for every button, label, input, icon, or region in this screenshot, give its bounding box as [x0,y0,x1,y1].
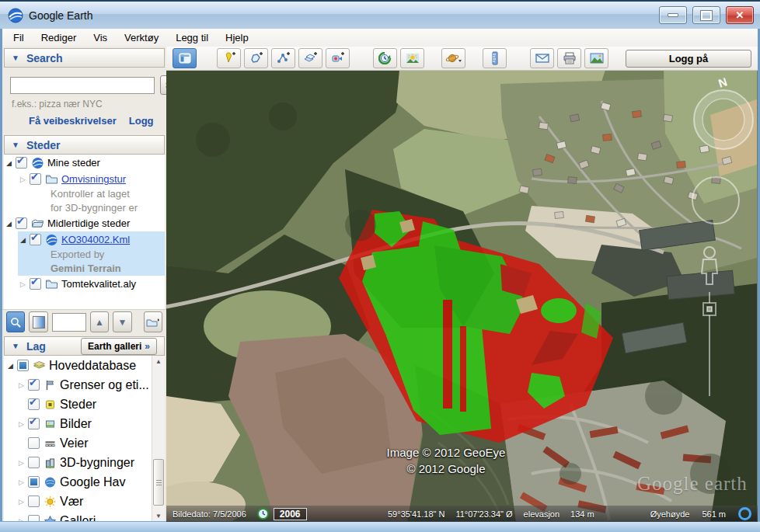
compass[interactable]: N [694,75,753,149]
checkbox-partial[interactable] [28,476,40,488]
google-earth-watermark: Google earth [637,473,748,495]
checkbox[interactable] [28,379,40,391]
get-directions-link[interactable]: Få veibeskrivelser [29,115,117,127]
time-slider-year[interactable]: 2006 [274,508,307,520]
search-input[interactable] [10,77,155,94]
planets-button[interactable] [441,48,465,68]
record-tour-button[interactable] [326,48,350,68]
expanded-arrow-icon[interactable]: ◢ [4,220,14,228]
search-panel-title: Search [26,52,63,64]
scroll-down-icon[interactable]: ▼ [153,510,164,522]
close-button[interactable]: ✕ [726,6,754,24]
layer-vaer[interactable]: ▷ Vær [4,492,164,511]
layer-3d-bygninger[interactable]: ▷ 3D-bygninger [4,453,164,472]
menu-hjelp[interactable]: Hjelp [225,32,249,43]
collapsed-arrow-icon[interactable]: ▷ [16,498,26,506]
tree-item-label[interactable]: Omvisningstur [61,173,126,185]
collapsed-arrow-icon[interactable]: ▷ [16,459,26,467]
layer-label: Google Hav [60,475,126,489]
search-button[interactable]: Søk [160,75,166,95]
places-icon [44,398,57,411]
minimize-button[interactable] [659,6,687,24]
historical-imagery-button[interactable] [373,48,397,68]
time-slider-icon[interactable] [257,508,269,520]
google-earth-icon [45,234,58,246]
places-panel-header[interactable]: ▼ Steder [4,135,165,155]
sidebar-toggle-button[interactable] [173,48,197,68]
email-icon [535,53,549,64]
email-button[interactable] [530,48,554,68]
pegman[interactable] [702,247,717,284]
collapsed-arrow-icon[interactable]: ▷ [18,280,28,288]
checkbox-unchecked[interactable] [28,437,40,449]
window-frame-bottom [0,521,760,532]
earth-gallery-button[interactable]: Earth galleri » [81,338,157,355]
title-bar[interactable]: Google Earth ✕ [0,0,760,29]
checkbox[interactable] [16,157,27,169]
checkbox-partial[interactable] [17,360,29,371]
folder-actions-button[interactable] [144,311,162,332]
layer-google-hav[interactable]: ▷ Google Hav [4,472,164,492]
layer-hoveddatabase[interactable]: ◢ Hoveddatabase [4,356,153,375]
search-places-button[interactable] [6,311,25,332]
checkbox[interactable] [28,418,40,429]
layer-veier[interactable]: Veier [4,433,164,453]
maximize-button[interactable] [692,6,720,24]
search-panel-header[interactable]: ▼ Search [4,48,165,68]
layer-label: Hoveddatabase [49,359,136,373]
expanded-arrow-icon[interactable]: ◢ [4,159,14,167]
collapsed-arrow-icon[interactable]: ▷ [16,420,26,428]
checkbox[interactable] [16,217,27,229]
layers-scrollbar[interactable]: ▲ ▼ [152,356,165,522]
expanded-arrow-icon[interactable]: ◢ [5,362,16,370]
places-filter-input[interactable] [52,313,86,332]
ruler-button[interactable] [483,48,507,68]
elevation-value: 134 m [570,509,594,519]
scroll-up-icon[interactable]: ▲ [153,356,164,367]
expanded-arrow-icon[interactable]: ◢ [18,236,28,244]
history-link[interactable]: Logg [129,115,154,127]
checkbox[interactable] [28,398,40,410]
collapsed-arrow-icon[interactable]: ▷ [18,176,28,183]
layers-panel-header[interactable]: ▼ Lag Earth galleri » [4,336,165,356]
collapsed-arrow-icon[interactable]: ▷ [16,478,26,486]
add-image-overlay-button[interactable] [298,48,322,68]
tree-item-label[interactable]: KO304002.Kml [61,234,130,245]
menu-legg-til[interactable]: Legg til [176,32,208,43]
tree-item-note: Kontroller at laget [4,187,165,201]
collapsed-arrow-icon[interactable]: ▷ [16,381,26,389]
tree-item-midlertidige-steder[interactable]: ◢ Midlertidige steder [4,215,165,231]
opacity-button[interactable] [29,311,47,332]
look-joystick[interactable] [692,177,739,224]
zoom-slider[interactable] [703,292,716,396]
add-polygon-button[interactable] [244,48,268,68]
menu-rediger[interactable]: Rediger [41,32,77,43]
scrollbar-thumb[interactable] [153,459,164,506]
tree-item-mine-steder[interactable]: ◢ Mine steder [4,155,165,171]
move-down-button[interactable]: ▼ [113,311,131,332]
tree-item-note: Gemini Terrain [18,262,165,276]
checkbox[interactable] [30,278,41,290]
planets-icon [445,52,462,64]
menu-fil[interactable]: Fil [13,32,24,43]
add-placemark-button[interactable] [217,48,241,68]
checkbox-unchecked[interactable] [28,495,40,507]
menu-verktoy[interactable]: Verktøy [124,32,159,43]
layer-steder[interactable]: Steder [4,395,164,414]
save-image-button[interactable] [584,48,608,68]
print-button[interactable] [557,48,581,68]
tree-item-ko304002[interactable]: ◢ KO304002.Kml [18,231,165,248]
layer-grenser[interactable]: ▷ Grenser og eti... [4,375,164,395]
layer-bilder[interactable]: ▷ Bilder [4,414,164,433]
tree-item-tomtekvalitet[interactable]: ▷ Tomtekvalitet.aly [4,276,165,292]
add-path-button[interactable] [271,48,295,68]
move-up-button[interactable]: ▲ [90,311,109,332]
checkbox[interactable] [30,173,41,185]
layer-galleri[interactable]: ▷ Galleri [4,511,164,522]
checkbox[interactable] [30,234,41,245]
menu-vis[interactable]: Vis [93,32,107,43]
sunlight-button[interactable] [400,48,424,68]
tree-item-omvisningstur[interactable]: ▷ Omvisningstur [4,171,165,187]
login-button[interactable]: Logg på [626,50,751,68]
checkbox-unchecked[interactable] [28,457,40,468]
